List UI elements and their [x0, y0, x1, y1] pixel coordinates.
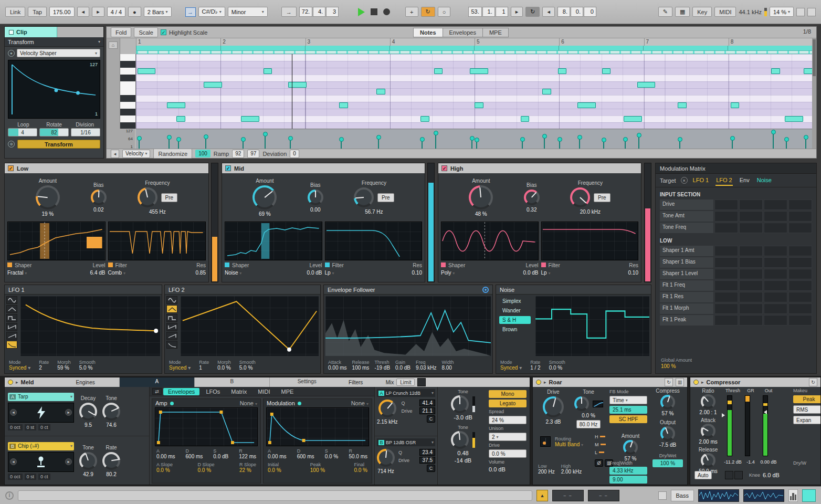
- midi-note[interactable]: [678, 102, 687, 108]
- param-value[interactable]: 9.03 kHz: [416, 365, 436, 371]
- position-segment[interactable]: 72.: [299, 7, 312, 17]
- attack-knob[interactable]: [701, 424, 715, 438]
- shaper-type-select[interactable]: Noise ▾: [225, 270, 241, 276]
- midi-note[interactable]: [339, 102, 348, 108]
- param-value[interactable]: 5.0 %: [239, 365, 256, 371]
- randomize-amount[interactable]: 100: [195, 150, 210, 158]
- time-signature[interactable]: 4 / 4: [107, 7, 125, 17]
- param-value[interactable]: 50.0 ms: [349, 454, 367, 460]
- matrix-cell[interactable]: [788, 269, 812, 279]
- midi-indicator-button[interactable]: MIDI: [714, 7, 736, 17]
- expand-mode-button[interactable]: Expan: [793, 416, 821, 424]
- highlight-scale-checkbox[interactable]: [161, 29, 166, 35]
- ramp-from-value[interactable]: 92: [232, 150, 244, 158]
- cpu-load[interactable]: 14 %▾: [770, 7, 794, 17]
- tune-value[interactable]: 0 oct: [8, 474, 23, 480]
- auto-release-button[interactable]: Auto: [694, 471, 712, 479]
- matrix-cell[interactable]: [788, 223, 812, 233]
- filter-a-type-select[interactable]: A LP Crunch 12dB ▾: [377, 389, 435, 397]
- follow-button[interactable]: →: [281, 7, 297, 17]
- volume-value[interactable]: 0.0 dB: [489, 466, 527, 472]
- midi-note[interactable]: [176, 116, 185, 122]
- matrix-cell[interactable]: [764, 200, 787, 210]
- param-value[interactable]: 5.0 %: [79, 365, 96, 371]
- deviation-value[interactable]: 0: [290, 150, 299, 158]
- shaper-enable-square[interactable]: [7, 262, 12, 267]
- midi-note[interactable]: [434, 68, 443, 74]
- tempo-display[interactable]: 175.00: [49, 7, 75, 17]
- velocity-marker[interactable]: [559, 139, 560, 150]
- param-value[interactable]: 0.0 %: [217, 365, 231, 371]
- midi-note[interactable]: [521, 116, 530, 122]
- param-value[interactable]: 1: [199, 365, 209, 371]
- band-low-checkbox[interactable]: [8, 165, 14, 171]
- editor-scrollbar[interactable]: [812, 38, 816, 150]
- pre-button[interactable]: Pre: [377, 193, 394, 202]
- device-on-toggle[interactable]: [8, 380, 13, 385]
- device-on-toggle[interactable]: [536, 380, 541, 385]
- position-segment[interactable]: 4.: [313, 7, 325, 17]
- matrix-source-tab[interactable]: LFO 2: [715, 175, 733, 186]
- computer-midi-keyboard-button[interactable]: Key: [692, 7, 712, 17]
- draw-mode-button[interactable]: ✎: [658, 7, 672, 17]
- matrix-cell[interactable]: [788, 303, 812, 314]
- matrix-cell[interactable]: [764, 303, 787, 314]
- matrix-cell[interactable]: [788, 246, 812, 256]
- hot-swap-icon[interactable]: ↻: [665, 378, 673, 386]
- shaper-display[interactable]: [225, 222, 322, 260]
- fold-button[interactable]: Fold: [111, 27, 131, 37]
- res-value[interactable]: 0.85: [196, 270, 206, 276]
- exp-decay-icon[interactable]: [166, 341, 177, 349]
- matrix-cell[interactable]: [714, 211, 738, 222]
- meld-subtab[interactable]: MPE: [276, 388, 298, 395]
- frequency-knob[interactable]: [354, 187, 374, 207]
- filter-display[interactable]: [541, 222, 639, 260]
- param-value[interactable]: 0.0 %: [197, 467, 214, 474]
- roar-drive-knob[interactable]: [543, 396, 564, 417]
- sine-wave-icon[interactable]: [6, 296, 17, 304]
- param-value[interactable]: 1 / 2: [530, 365, 540, 371]
- filter-b-type-select[interactable]: B BP 12dB OSR ▾: [377, 438, 435, 446]
- tab-notes[interactable]: Notes: [413, 28, 443, 37]
- drive-value[interactable]: 21.1: [419, 407, 435, 414]
- matrix-cell[interactable]: [764, 246, 787, 256]
- shaper-display[interactable]: [441, 222, 539, 260]
- band-mid-checkbox[interactable]: [225, 165, 231, 171]
- res-value[interactable]: 0.10: [628, 270, 638, 276]
- saw-up-icon[interactable]: [6, 332, 17, 340]
- filter-a-c-button[interactable]: C: [427, 415, 435, 423]
- param-value[interactable]: 600 ms: [297, 454, 314, 460]
- loop-toggle[interactable]: ↻: [525, 7, 540, 17]
- routing-select[interactable]: Multi Band ▾: [555, 442, 583, 448]
- filter-b-freq-knob[interactable]: [377, 449, 395, 467]
- velocity-marker[interactable]: [476, 140, 477, 149]
- lfo1-display[interactable]: [20, 296, 160, 356]
- filter-display[interactable]: [325, 222, 423, 260]
- param-value[interactable]: Synced: [169, 365, 191, 371]
- spread-value[interactable]: 24 %: [489, 416, 527, 424]
- scale-button[interactable]: Scale: [134, 27, 158, 37]
- velocity-marker[interactable]: [544, 136, 545, 149]
- velocity-shaper-curve[interactable]: 127 1: [8, 60, 100, 119]
- velocity-marker[interactable]: [341, 139, 342, 150]
- next-engine-button[interactable]: ▸: [65, 458, 72, 465]
- waveform-thumbnail[interactable]: [698, 489, 739, 502]
- fold-device-icon[interactable]: ▸: [701, 380, 704, 385]
- matrix-cell[interactable]: [714, 223, 738, 233]
- prev-engine-button[interactable]: ◂: [10, 458, 17, 465]
- randomize-button[interactable]: Randomize: [153, 149, 192, 159]
- velocity-marker[interactable]: [625, 139, 626, 150]
- transform-tool-select[interactable]: Velocity Shaper▾: [17, 49, 100, 57]
- prev-engine-button[interactable]: ◂: [10, 409, 17, 416]
- param-value[interactable]: 0.0 dB: [395, 365, 410, 371]
- loop-length-segment[interactable]: 8.: [557, 7, 570, 17]
- midi-note[interactable]: [470, 68, 488, 74]
- saw-down-icon[interactable]: [166, 323, 177, 331]
- loop-length-segment[interactable]: 0.: [571, 7, 583, 17]
- meld-tab[interactable]: A: [119, 377, 194, 387]
- bias-knob[interactable]: [524, 190, 540, 205]
- metronome-button[interactable]: ●: [128, 7, 141, 17]
- home-icon[interactable]: ⌂: [109, 41, 118, 49]
- param-value[interactable]: Synced: [9, 365, 30, 371]
- hot-swap-icon[interactable]: ↻: [809, 378, 817, 386]
